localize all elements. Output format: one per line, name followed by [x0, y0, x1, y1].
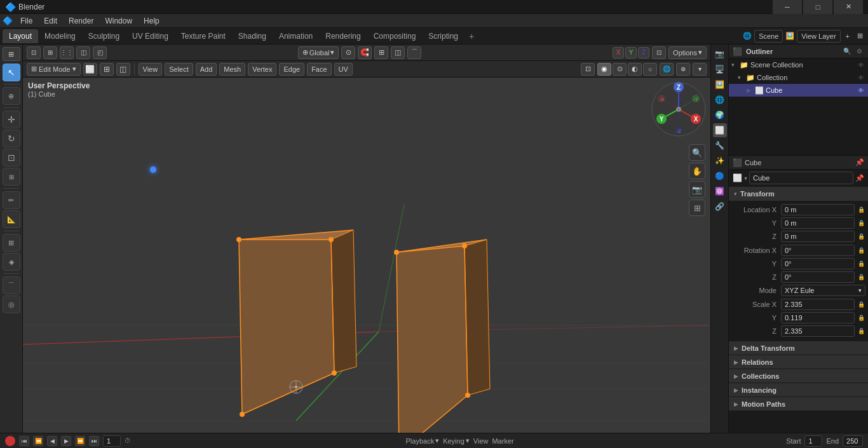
- motion-paths-section[interactable]: ▶ Motion Paths: [729, 397, 868, 411]
- x-axis-filter[interactable]: X: [613, 47, 624, 58]
- proportional-edit-button[interactable]: ⊙: [341, 46, 355, 59]
- smooth-tool-button[interactable]: ⌒: [3, 276, 20, 294]
- vertex-menu[interactable]: Vertex: [248, 63, 276, 76]
- rotation-mode-dropdown[interactable]: XYZ Eule ▾: [781, 285, 865, 296]
- tab-texture-paint[interactable]: Texture Paint: [175, 29, 232, 43]
- tab-rendering[interactable]: Rendering: [319, 29, 367, 43]
- move-tool-button[interactable]: ✛: [3, 111, 20, 128]
- cube-toggle[interactable]: ▶: [747, 87, 753, 93]
- playback-menu[interactable]: Playback ▾: [406, 437, 440, 445]
- keying-menu[interactable]: Keying ▾: [443, 437, 470, 445]
- cursor-tool-button[interactable]: ⊕: [3, 87, 20, 105]
- delta-transform-section[interactable]: ▶ Delta Transform: [729, 341, 868, 355]
- view-menu[interactable]: View: [139, 63, 163, 76]
- navigation-gizmo[interactable]: Z X Y: [650, 81, 707, 138]
- record-button[interactable]: [5, 436, 15, 446]
- mode-icon-3[interactable]: ⋮⋮: [60, 46, 74, 59]
- transform-tool-button[interactable]: ⊞: [3, 168, 20, 186]
- particles-icon[interactable]: 🔵: [713, 169, 727, 183]
- xray-toggle[interactable]: ⊡: [581, 63, 595, 76]
- viewport-canvas[interactable]: User Perspective (1) Cube Z X: [23, 78, 710, 433]
- rotation-z-lock[interactable]: 🔒: [857, 273, 865, 282]
- scale-x-value[interactable]: 2.335: [781, 299, 855, 310]
- location-z-value[interactable]: 0 m: [781, 231, 855, 242]
- tab-animation[interactable]: Animation: [273, 29, 319, 43]
- view-layer-name[interactable]: View Layer: [797, 30, 840, 43]
- select-tool-button[interactable]: ↖: [3, 64, 20, 81]
- annotate-tool-button[interactable]: ✏: [3, 191, 20, 209]
- physics-icon[interactable]: ⚛️: [713, 184, 727, 198]
- menu-help[interactable]: Help: [139, 15, 165, 27]
- proportional-falloff[interactable]: ⌒: [407, 46, 421, 59]
- rotation-x-value[interactable]: 0°: [781, 245, 855, 256]
- world-prop-icon[interactable]: 🌍: [713, 108, 727, 122]
- scene-collection-item[interactable]: ▾ 📁 Scene Collection 👁: [729, 58, 868, 71]
- cube-vis[interactable]: 👁: [857, 87, 865, 94]
- object-prop-icon[interactable]: ⬜: [713, 123, 727, 137]
- scale-y-lock[interactable]: 🔒: [857, 313, 865, 322]
- minimize-button[interactable]: ─: [773, 0, 802, 14]
- prev-frame-button[interactable]: ⏪: [33, 436, 43, 446]
- props-pin-btn[interactable]: 📌: [855, 158, 864, 166]
- rotation-x-lock[interactable]: 🔒: [857, 246, 865, 255]
- tab-compositing[interactable]: Compositing: [367, 29, 423, 43]
- mode-icon-2[interactable]: ⊞: [43, 46, 57, 59]
- relations-section[interactable]: ▶ Relations: [729, 355, 868, 369]
- object-pin-icon[interactable]: 📌: [855, 174, 864, 182]
- loop-cut-button[interactable]: ⊞: [3, 234, 20, 252]
- view-layer-prop-icon[interactable]: 🖼️: [713, 78, 727, 92]
- transform-pivot-button[interactable]: ⊕ Global ▾: [298, 46, 339, 59]
- tab-scripting[interactable]: Scripting: [422, 29, 465, 43]
- edit-mode-icon1[interactable]: ⬜: [83, 63, 97, 76]
- scene-collection-toggle[interactable]: ▾: [731, 62, 738, 68]
- menu-render[interactable]: Render: [64, 15, 98, 27]
- marker-menu[interactable]: Marker: [492, 437, 513, 445]
- rotate-tool-button[interactable]: ↻: [3, 130, 20, 147]
- snap-button[interactable]: 🧲: [358, 46, 372, 59]
- z-axis-filter[interactable]: Z: [638, 47, 649, 58]
- y-axis-filter[interactable]: Y: [625, 47, 637, 58]
- constraints-icon[interactable]: 🔗: [713, 200, 727, 214]
- close-button[interactable]: ✕: [834, 0, 863, 14]
- fall-off-button[interactable]: ◫: [391, 46, 405, 59]
- jump-start-button[interactable]: ⏮: [19, 436, 29, 446]
- shrink-fatten-button[interactable]: ◎: [3, 295, 20, 313]
- menu-file[interactable]: File: [15, 15, 37, 27]
- play-button[interactable]: ▶: [61, 436, 71, 446]
- rotation-y-value[interactable]: 0°: [781, 258, 855, 269]
- menu-edit[interactable]: Edit: [39, 15, 62, 27]
- scale-z-value[interactable]: 2.335: [781, 325, 855, 337]
- tab-layout[interactable]: Layout: [3, 29, 38, 43]
- pan-button[interactable]: ✋: [689, 163, 705, 179]
- scene-add-icon[interactable]: +: [843, 32, 852, 40]
- scale-z-lock[interactable]: 🔒: [857, 327, 865, 336]
- tab-sculpting[interactable]: Sculpting: [82, 29, 126, 43]
- add-menu[interactable]: Add: [196, 63, 217, 76]
- collection-vis[interactable]: 👁: [857, 74, 865, 81]
- rendered-shading[interactable]: ◐: [628, 63, 642, 76]
- options-button[interactable]: Options ▾: [668, 46, 707, 59]
- knife-tool-button[interactable]: ◈: [3, 253, 20, 271]
- timeline-view-menu[interactable]: View: [473, 437, 489, 445]
- measure-tool-button[interactable]: 📐: [3, 210, 20, 228]
- edit-mode-dropdown[interactable]: ⊞ Edit Mode ▾: [27, 63, 81, 76]
- instancing-section[interactable]: ▶ Instancing: [729, 383, 868, 397]
- scale-y-value[interactable]: 0.119: [781, 312, 855, 323]
- maximize-button[interactable]: □: [803, 0, 832, 14]
- rotation-y-lock[interactable]: 🔒: [857, 259, 865, 268]
- zoom-button[interactable]: 🔍: [689, 144, 705, 161]
- add-workspace-button[interactable]: +: [465, 29, 478, 43]
- start-frame-field[interactable]: 1: [804, 435, 822, 447]
- collection-item[interactable]: ▾ 📁 Collection 👁: [729, 71, 868, 84]
- select-menu[interactable]: Select: [165, 63, 193, 76]
- jump-end-button[interactable]: ⏭: [89, 436, 99, 446]
- snap-options[interactable]: ⊞: [374, 46, 388, 59]
- material-shading[interactable]: ⊙: [613, 63, 627, 76]
- viewport-mode-icon[interactable]: ⊞: [3, 47, 20, 61]
- tab-uv-editing[interactable]: UV Editing: [126, 29, 175, 43]
- next-frame-button[interactable]: ⏩: [75, 436, 85, 446]
- rotation-z-value[interactable]: 0°: [781, 271, 855, 283]
- eevee-shading[interactable]: ○: [643, 63, 657, 76]
- scene-prop-icon[interactable]: 🌐: [713, 93, 727, 107]
- scale-x-lock[interactable]: 🔒: [857, 300, 865, 309]
